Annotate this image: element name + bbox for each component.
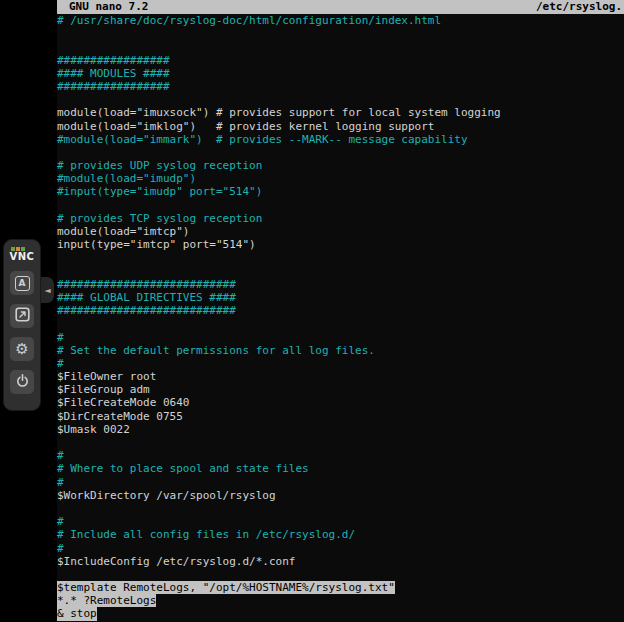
terminal-line: [57, 93, 624, 106]
terminal-line: module(load="imuxsock") # provides suppo…: [57, 106, 624, 119]
terminal-line: [57, 265, 624, 278]
terminal-line: ###########################: [57, 304, 624, 317]
clipboard-icon: A: [15, 276, 30, 291]
terminal-line: #: [57, 357, 624, 370]
terminal-line: # provides UDP syslog reception: [57, 159, 624, 172]
terminal-line: #: [57, 449, 624, 462]
terminal-line: $WorkDirectory /var/spool/rsyslog: [57, 489, 624, 502]
terminal-line: $Umask 0022: [57, 423, 624, 436]
terminal-line: #: [57, 515, 624, 528]
terminal-line: $IncludeConfig /etc/rsyslog.d/*.conf: [57, 555, 624, 568]
terminal-line: $FileOwner root: [57, 370, 624, 383]
terminal-line: $FileCreateMode 0640: [57, 396, 624, 409]
terminal-line: [57, 568, 624, 581]
nano-version-label: GNU nano 7.2: [69, 0, 148, 14]
terminal-line: module(load="imklog") # provides kernel …: [57, 120, 624, 133]
terminal-line: [57, 251, 624, 264]
terminal-content: # /usr/share/doc/rsyslog-doc/html/config…: [57, 14, 624, 621]
terminal-line: $FileGroup adm: [57, 383, 624, 396]
terminal-line: #### MODULES ####: [57, 67, 624, 80]
terminal[interactable]: GNU nano 7.2 /etc/rsyslog. # /usr/share/…: [57, 0, 624, 622]
terminal-line: #: [57, 542, 624, 555]
terminal-line: $template RemoteLogs, "/opt/%HOSTNAME%/r…: [57, 581, 624, 594]
terminal-line: [57, 317, 624, 330]
terminal-line: [57, 436, 624, 449]
terminal-line: ###########################: [57, 278, 624, 291]
terminal-line: #input(type="imudp" port="514"): [57, 185, 624, 198]
terminal-line: $DirCreateMode 0755: [57, 410, 624, 423]
terminal-line: *.* ?RemoteLogs: [57, 594, 624, 607]
terminal-line: input(type="imtcp" port="514"): [57, 238, 624, 251]
terminal-line: #module(load="immark") # provides --MARK…: [57, 133, 624, 146]
chevron-left-icon: ◄: [44, 286, 50, 295]
terminal-line: # provides TCP syslog reception: [57, 212, 624, 225]
terminal-line: # Include all config files in /etc/rsysl…: [57, 528, 624, 541]
terminal-line: #################: [57, 80, 624, 93]
terminal-line: # Where to place spool and state files: [57, 462, 624, 475]
terminal-line: # /usr/share/doc/rsyslog-doc/html/config…: [57, 14, 624, 27]
gear-icon: ⚙: [15, 342, 28, 357]
terminal-line: #: [57, 331, 624, 344]
terminal-line: #################: [57, 54, 624, 67]
novnc-control-bar: VNC A ⚙: [3, 239, 41, 411]
terminal-line: [57, 146, 624, 159]
fullscreen-button[interactable]: [10, 304, 34, 328]
terminal-line: & stop: [57, 607, 624, 620]
open-file-path: /etc/rsyslog.: [536, 0, 622, 14]
novnc-logo-text: VNC: [10, 252, 35, 262]
novnc-logo: VNC: [10, 247, 35, 262]
terminal-line: [57, 199, 624, 212]
terminal-line: # Set the default permissions for all lo…: [57, 344, 624, 357]
terminal-line: [57, 502, 624, 515]
vnc-screen: VNC A ⚙ ◄: [0, 0, 624, 622]
nano-titlebar: GNU nano 7.2 /etc/rsyslog.: [57, 0, 624, 14]
terminal-line: module(load="imtcp"): [57, 225, 624, 238]
control-bar-handle[interactable]: ◄: [41, 277, 54, 303]
terminal-line: #module(load="imudp"): [57, 172, 624, 185]
terminal-line: [57, 40, 624, 53]
terminal-line: #: [57, 476, 624, 489]
clipboard-button[interactable]: A: [10, 271, 34, 295]
power-icon: [15, 373, 30, 391]
fullscreen-icon: [15, 307, 30, 325]
terminal-line: [57, 27, 624, 40]
settings-button[interactable]: ⚙: [10, 337, 34, 361]
power-button[interactable]: [10, 370, 34, 394]
terminal-line: #### GLOBAL DIRECTIVES ####: [57, 291, 624, 304]
